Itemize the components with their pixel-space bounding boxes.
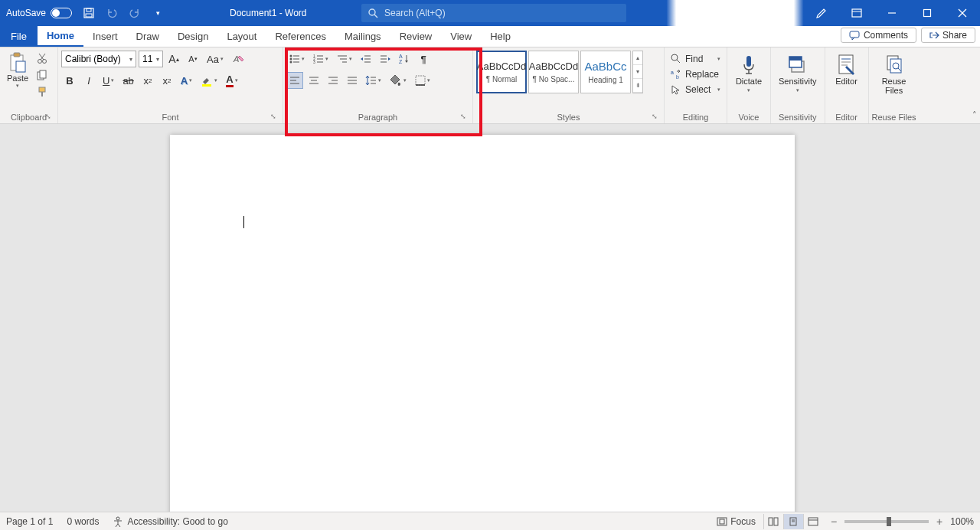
styles-up-icon[interactable]: ▴ — [633, 51, 642, 65]
qat-customize-icon[interactable]: ▾ — [152, 7, 164, 19]
status-words[interactable]: 0 words — [67, 516, 99, 527]
style-heading-1[interactable]: AaBbCc Heading 1 — [580, 51, 631, 93]
align-left-button[interactable] — [286, 72, 303, 89]
comment-icon — [849, 31, 860, 40]
zoom-thumb[interactable] — [887, 517, 891, 526]
clear-formatting-button[interactable]: A — [229, 51, 247, 67]
svg-rect-20 — [40, 70, 46, 78]
paste-button[interactable]: Paste ▾ — [3, 51, 32, 98]
zoom-level[interactable]: 100% — [950, 516, 974, 527]
editor-button[interactable]: Editor — [828, 51, 865, 86]
tab-view[interactable]: View — [441, 26, 481, 47]
superscript-button[interactable]: x2 — [158, 72, 175, 89]
format-painter-icon[interactable] — [35, 86, 49, 98]
undo-icon[interactable] — [106, 7, 118, 19]
maximize-button[interactable] — [910, 0, 945, 26]
decrease-indent-button[interactable] — [358, 51, 374, 67]
svg-rect-22 — [41, 92, 43, 97]
bullets-button[interactable] — [286, 51, 308, 67]
align-right-button[interactable] — [325, 72, 341, 89]
style-no-spacing[interactable]: AaBbCcDd ¶ No Spac... — [528, 51, 579, 93]
svg-text:A: A — [233, 54, 239, 64]
find-button[interactable]: Find▾ — [668, 52, 724, 66]
tab-home[interactable]: Home — [38, 26, 83, 47]
page[interactable] — [170, 135, 795, 512]
tab-review[interactable]: Review — [390, 26, 442, 47]
zoom-in-button[interactable]: + — [936, 515, 942, 528]
svg-line-4 — [374, 15, 377, 18]
show-hide-button[interactable]: ¶ — [415, 51, 432, 67]
highlight-button[interactable] — [198, 72, 220, 89]
tab-mailings[interactable]: Mailings — [335, 26, 390, 47]
web-layout-button[interactable] — [803, 514, 823, 529]
styles-down-icon[interactable]: ▾ — [633, 65, 642, 79]
tab-design[interactable]: Design — [168, 26, 217, 47]
subscript-button[interactable]: x2 — [139, 72, 156, 89]
close-button[interactable] — [945, 0, 980, 26]
italic-button[interactable]: I — [80, 72, 97, 89]
styles-launcher-icon[interactable]: ⤡ — [650, 113, 659, 122]
status-page[interactable]: Page 1 of 1 — [6, 516, 53, 527]
font-size-combo[interactable]: 11▾ — [139, 51, 163, 67]
zoom-slider[interactable] — [844, 520, 929, 523]
save-icon[interactable] — [83, 7, 95, 19]
redo-icon[interactable] — [129, 7, 141, 19]
focus-mode-button[interactable]: Focus — [717, 516, 756, 527]
collapse-ribbon-icon[interactable]: ˄ — [972, 110, 977, 120]
font-launcher-icon[interactable]: ⤡ — [269, 113, 278, 122]
read-mode-button[interactable] — [763, 514, 783, 529]
grow-font-button[interactable]: A▴ — [165, 51, 182, 67]
replace-button[interactable]: abReplace — [668, 67, 724, 81]
document-area[interactable] — [0, 124, 980, 512]
shrink-font-button[interactable]: A▾ — [185, 51, 201, 67]
underline-button[interactable]: U — [100, 72, 117, 89]
shading-button[interactable] — [387, 72, 410, 89]
ribbon-display-icon[interactable] — [839, 0, 874, 26]
copy-icon[interactable] — [35, 69, 49, 81]
font-color-button[interactable]: A — [223, 72, 240, 89]
bold-button[interactable]: B — [61, 72, 78, 89]
svg-rect-65 — [416, 76, 425, 85]
increase-indent-button[interactable] — [377, 51, 394, 67]
comments-button[interactable]: Comments — [841, 28, 916, 43]
tab-file[interactable]: File — [0, 26, 38, 47]
share-button[interactable]: Share — [921, 28, 975, 43]
clipboard-launcher-icon[interactable]: ⤡ — [44, 113, 53, 122]
minimize-button[interactable] — [874, 0, 910, 26]
tab-insert[interactable]: Insert — [83, 26, 127, 47]
dictate-button[interactable]: Dictate ▾ — [730, 51, 767, 93]
autosave-toggle[interactable]: AutoSave — [0, 8, 72, 18]
select-button[interactable]: Select▾ — [668, 83, 724, 97]
tab-references[interactable]: References — [266, 26, 335, 47]
group-font: Calibri (Body)▾ 11▾ A▴ A▾ Aa A B I U ab … — [58, 47, 283, 123]
borders-button[interactable] — [412, 72, 433, 89]
svg-text:b: b — [676, 74, 679, 80]
numbering-button[interactable]: 123 — [310, 51, 332, 67]
pen-icon[interactable] — [804, 0, 839, 26]
cut-icon[interactable] — [35, 52, 49, 64]
tab-draw[interactable]: Draw — [127, 26, 168, 47]
print-layout-button[interactable] — [783, 514, 803, 529]
zoom-out-button[interactable]: − — [831, 515, 837, 528]
align-center-button[interactable] — [305, 72, 322, 89]
text-effects-button[interactable]: A — [178, 72, 195, 89]
strikethrough-button[interactable]: ab — [119, 72, 136, 89]
svg-point-27 — [290, 58, 292, 61]
search-box[interactable]: Search (Alt+Q) — [361, 4, 626, 22]
line-spacing-button[interactable] — [363, 72, 384, 89]
justify-button[interactable] — [344, 72, 361, 89]
font-name-combo[interactable]: Calibri (Body)▾ — [61, 51, 136, 67]
styles-scroll[interactable]: ▴ ▾ ⇟ — [632, 51, 643, 93]
paragraph-launcher-icon[interactable]: ⤡ — [459, 113, 468, 122]
group-label-editor: Editor — [835, 113, 858, 122]
multilevel-list-button[interactable] — [334, 51, 355, 67]
sensitivity-button[interactable]: Sensitivity ▾ — [774, 51, 822, 93]
tab-help[interactable]: Help — [481, 26, 520, 47]
style-normal[interactable]: AaBbCcDd ¶ Normal — [476, 51, 527, 93]
change-case-button[interactable]: Aa — [204, 51, 227, 67]
reuse-files-button[interactable]: Reuse Files — [872, 51, 916, 95]
tab-layout[interactable]: Layout — [217, 26, 266, 47]
sort-button[interactable]: AZ — [396, 51, 413, 67]
status-accessibility[interactable]: Accessibility: Good to go — [113, 516, 227, 527]
styles-more-icon[interactable]: ⇟ — [633, 79, 642, 93]
